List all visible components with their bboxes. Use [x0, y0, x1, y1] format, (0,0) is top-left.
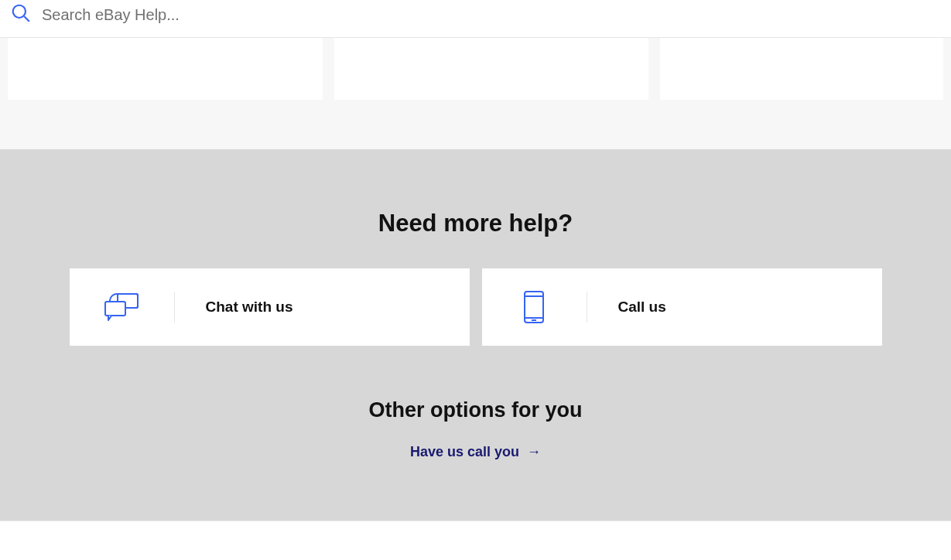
help-section: Need more help? Chat with us [0, 149, 951, 521]
chat-with-us-label: Chat with us [175, 299, 293, 316]
help-cards: Chat with us Call us [70, 268, 882, 346]
svg-line-1 [24, 16, 29, 22]
footer: About eBay Announcements Community Media… [0, 521, 951, 560]
cards-section [0, 38, 951, 149]
phone-icon [482, 290, 587, 324]
search-icon [11, 3, 31, 26]
svg-rect-3 [105, 302, 125, 316]
chat-with-us-card[interactable]: Chat with us [70, 268, 470, 346]
call-us-card[interactable]: Call us [482, 268, 882, 346]
have-us-call-you-link[interactable]: Have us call you → [410, 444, 541, 460]
have-us-call-you-label: Have us call you [410, 444, 519, 460]
arrow-right-icon: → [527, 444, 541, 460]
content-card[interactable] [8, 38, 323, 100]
content-card[interactable] [660, 38, 943, 100]
call-us-label: Call us [587, 299, 666, 316]
content-card[interactable] [334, 38, 649, 100]
chat-icon [70, 292, 174, 323]
search-input[interactable] [42, 6, 940, 24]
search-bar [0, 0, 951, 38]
need-more-help-heading: Need more help? [0, 210, 951, 237]
cards-row [8, 38, 943, 100]
other-options-heading: Other options for you [0, 398, 951, 422]
svg-point-0 [13, 5, 26, 18]
